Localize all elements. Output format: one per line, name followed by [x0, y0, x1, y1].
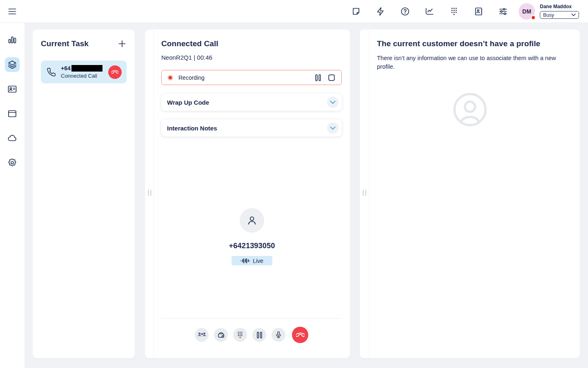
task-hangup-button[interactable] — [108, 65, 122, 79]
no-profile-title: The current customer doesn’t have a prof… — [377, 39, 568, 48]
live-label: Live — [253, 258, 263, 264]
task-card[interactable]: +64 Connected Call — [41, 61, 127, 83]
drag-handle-icon — [363, 190, 366, 196]
call-title: Connected Call — [161, 39, 342, 48]
hangup-icon — [296, 331, 305, 339]
recording-label: Recording — [178, 74, 205, 81]
mute-icon — [274, 331, 283, 339]
contacts-icon[interactable] — [474, 7, 483, 16]
status-select-value: Busy — [543, 12, 554, 18]
no-profile-subtitle: There isn’t any information we can use t… — [377, 54, 568, 71]
layers-icon — [7, 60, 17, 70]
chart-icon[interactable] — [425, 7, 434, 16]
wrap-up-code-section[interactable]: Wrap Up Code — [161, 94, 342, 111]
sidebar-item-cloud[interactable] — [5, 131, 20, 146]
mute-button[interactable] — [272, 328, 285, 342]
sidebar-item-settings[interactable] — [5, 155, 20, 170]
call-party-block: +6421393050 Live — [154, 208, 350, 265]
lightning-icon[interactable] — [376, 7, 385, 16]
settings-icon — [7, 158, 17, 168]
drag-handle-icon — [148, 190, 151, 196]
caller-avatar — [240, 208, 264, 233]
sidebar-item-tasks[interactable] — [5, 57, 20, 72]
stop-recording-button[interactable] — [327, 74, 336, 82]
browser-icon — [7, 109, 17, 119]
task-state-label: Connected Call — [61, 73, 108, 79]
status-select[interactable]: Busy — [540, 11, 579, 19]
queue-name: NeonR2Q1 — [161, 54, 192, 61]
current-task-panel: Current Task +64 Connected Call — [33, 29, 135, 358]
expand-notes-button[interactable] — [327, 122, 339, 134]
redacted-number — [71, 65, 102, 72]
dialpad-button[interactable] — [233, 328, 247, 342]
call-panel: Connected Call NeonR2Q1 | 00:46 Recordin… — [145, 29, 350, 358]
sidebar-item-browser[interactable] — [5, 106, 20, 121]
hold-icon — [256, 331, 263, 339]
recorder-icon — [217, 331, 225, 339]
live-badge: Live — [232, 256, 272, 265]
person-icon — [246, 215, 258, 226]
panel-resize-splitter[interactable] — [145, 29, 154, 358]
call-controls-zone — [161, 318, 342, 358]
pause-recording-button[interactable] — [314, 74, 322, 82]
top-bar: DM Dane Maddox Busy — [0, 0, 588, 23]
stop-icon — [327, 74, 336, 82]
caller-phone-number: +6421393050 — [229, 242, 275, 250]
phone-icon — [47, 67, 56, 77]
call-subtitle: NeonR2Q1 | 00:46 — [161, 54, 342, 61]
panel-resize-splitter[interactable] — [360, 29, 370, 358]
help-icon[interactable] — [400, 7, 410, 16]
expand-wrap-up-button[interactable] — [327, 96, 339, 108]
subtitle-separator: | — [194, 54, 195, 61]
recording-dot-icon — [167, 75, 173, 81]
interaction-notes-section[interactable]: Interaction Notes — [161, 119, 342, 137]
contact-card-icon — [7, 84, 17, 94]
chevron-down-icon — [330, 101, 336, 104]
sidebar-item-dashboard[interactable] — [5, 33, 20, 47]
waveform-icon — [241, 258, 250, 263]
dialpad-icon[interactable] — [449, 7, 459, 16]
note-icon[interactable] — [351, 7, 361, 16]
empty-profile-icon — [453, 92, 487, 127]
left-rail — [0, 23, 24, 368]
pause-icon — [314, 74, 322, 82]
hangup-icon — [111, 69, 118, 76]
plus-icon — [118, 39, 127, 48]
interaction-notes-label: Interaction Notes — [167, 125, 217, 132]
menu-icon[interactable] — [0, 7, 24, 16]
recorder-button[interactable] — [214, 328, 228, 342]
add-task-button[interactable] — [118, 39, 127, 48]
chevron-down-icon — [330, 126, 336, 130]
hangup-button[interactable] — [292, 327, 308, 343]
sliders-icon[interactable] — [498, 7, 508, 16]
transfer-button[interactable] — [195, 328, 209, 342]
transfer-icon — [198, 331, 206, 339]
busy-status-dot — [531, 15, 536, 20]
customer-profile-panel: The current customer doesn’t have a prof… — [360, 29, 580, 358]
call-timer: 00:46 — [197, 54, 212, 61]
cloud-icon — [7, 133, 17, 143]
avatar[interactable]: DM — [519, 3, 535, 20]
user-name: Dane Maddox — [540, 4, 579, 9]
chevron-down-icon — [571, 13, 576, 16]
task-number-prefix: +64 — [61, 65, 71, 72]
dialpad-icon — [236, 331, 244, 339]
avatar-initials: DM — [522, 8, 531, 15]
hold-button[interactable] — [252, 328, 266, 342]
wrap-up-code-label: Wrap Up Code — [167, 99, 209, 106]
recording-banner: Recording — [161, 70, 342, 85]
sidebar-item-contacts[interactable] — [5, 82, 20, 96]
bar-chart-icon — [7, 35, 17, 45]
current-task-title: Current Task — [41, 39, 89, 48]
